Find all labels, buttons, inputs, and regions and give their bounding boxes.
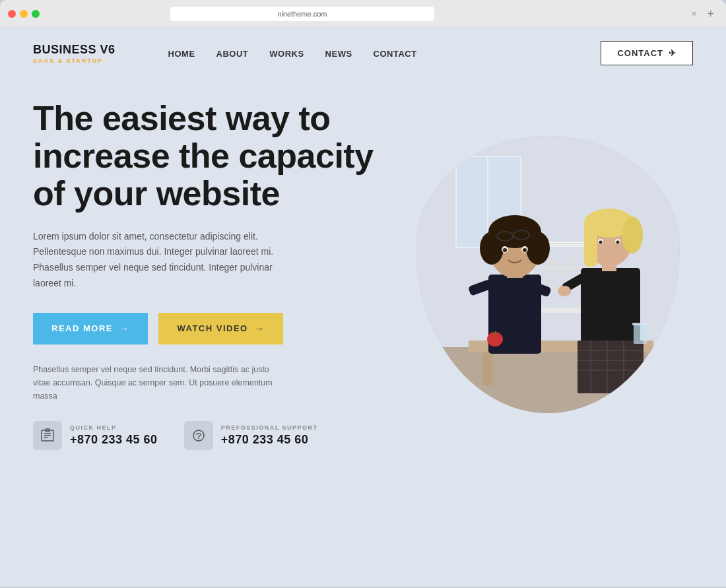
website-content: BUSINESS V6 SAAS & STARTUP HOME ABOUT WO… <box>0 26 726 587</box>
support-items: QUICK HELP +870 233 45 60 PREFOSSIONAL S… <box>33 421 376 450</box>
logo-subtitle: SAAS & STARTUP <box>33 57 116 64</box>
browser-chrome: ninetheme.com × + <box>0 0 726 26</box>
minimize-traffic-light[interactable] <box>20 10 28 18</box>
nav-about[interactable]: ABOUT <box>216 49 249 59</box>
svg-rect-13 <box>482 352 492 385</box>
watch-video-button[interactable]: WATCH VIDEO → <box>158 313 283 344</box>
traffic-lights <box>8 10 40 18</box>
hero-left: The easiest way to increase the capacity… <box>33 100 376 450</box>
arrow-right-icon: → <box>119 323 130 334</box>
professional-support-icon <box>184 421 213 450</box>
svg-rect-59 <box>634 324 647 344</box>
hero-image <box>416 136 680 413</box>
logo-title: BUSINESS V6 <box>33 43 116 57</box>
browser-close-button[interactable]: × <box>690 10 698 18</box>
svg-point-58 <box>558 286 571 296</box>
svg-point-56 <box>616 241 620 244</box>
hero-right <box>416 136 693 413</box>
quick-help-icon <box>33 421 62 450</box>
send-icon: ✈ <box>669 48 676 58</box>
support-item-professional: PREFOSSIONAL SUPPORT +870 233 45 60 <box>184 421 318 450</box>
support-info-professional: PREFOSSIONAL SUPPORT +870 233 45 60 <box>221 424 318 447</box>
navbar: BUSINESS V6 SAAS & STARTUP HOME ABOUT WO… <box>0 26 726 80</box>
svg-point-55 <box>599 241 603 244</box>
svg-rect-60 <box>632 323 648 325</box>
address-bar[interactable]: ninetheme.com <box>170 7 434 21</box>
fullscreen-traffic-light[interactable] <box>32 10 40 18</box>
nav-news[interactable]: NEWS <box>325 49 352 59</box>
support-item-quick-help: QUICK HELP +870 233 45 60 <box>33 421 158 450</box>
svg-point-52 <box>622 216 643 253</box>
svg-point-34 <box>523 248 527 252</box>
nav-contact-button[interactable]: CONTACT ✈ <box>601 41 693 65</box>
hero-headline: The easiest way to increase the capacity… <box>33 100 376 213</box>
svg-point-5 <box>193 430 204 441</box>
svg-point-29 <box>480 232 504 265</box>
professional-support-label: PREFOSSIONAL SUPPORT <box>221 424 318 431</box>
svg-rect-9 <box>457 157 487 247</box>
nav-contact[interactable]: CONTACT <box>374 49 417 59</box>
professional-support-phone: +870 233 45 60 <box>221 433 318 447</box>
svg-line-37 <box>513 235 513 236</box>
nav-home[interactable]: HOME <box>168 49 195 59</box>
hero-description: Lorem ipsum dolor sit amet, consectetur … <box>33 229 290 292</box>
quick-help-label: QUICK HELP <box>70 424 158 431</box>
svg-rect-51 <box>584 220 597 267</box>
svg-rect-62 <box>495 331 496 335</box>
logo-area: BUSINESS V6 SAAS & STARTUP <box>33 43 116 64</box>
hero-buttons: READ MORE → WATCH VIDEO → <box>33 313 376 344</box>
hero-section: The easiest way to increase the capacity… <box>0 80 726 476</box>
svg-point-6 <box>198 438 199 439</box>
close-traffic-light[interactable] <box>8 10 16 18</box>
quick-help-phone: +870 233 45 60 <box>70 433 158 447</box>
url-text: ninetheme.com <box>277 10 327 18</box>
arrow-right-icon-secondary: → <box>255 323 265 334</box>
nav-links: HOME ABOUT WORKS NEWS CONTACT <box>168 48 417 59</box>
svg-point-33 <box>503 248 507 252</box>
svg-rect-41 <box>578 341 644 393</box>
new-tab-button[interactable]: + <box>703 7 718 21</box>
nav-works[interactable]: WORKS <box>269 49 304 59</box>
hero-subtext: Phasellus semper vel neque sed tincidunt… <box>33 363 284 403</box>
support-info-quick: QUICK HELP +870 233 45 60 <box>70 424 158 447</box>
read-more-button[interactable]: READ MORE → <box>33 313 148 344</box>
